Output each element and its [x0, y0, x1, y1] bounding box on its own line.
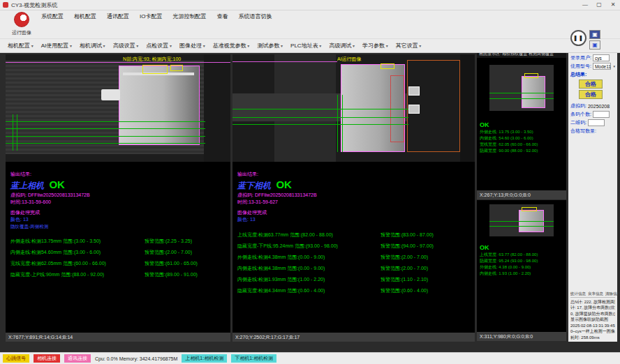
green-measure-line — [17, 114, 17, 151]
minimize-button[interactable]: — — [578, 0, 592, 10]
menu-comm-config[interactable]: 通讯配置 — [106, 11, 130, 22]
roi-box — [381, 63, 394, 69]
color-line: 颜色: 13 — [237, 216, 475, 223]
green-measure-line — [489, 98, 554, 99]
lower-camera-status: 下相机1:相机检测 — [231, 354, 276, 363]
result-line: 上线宽度: 63.77 (82.00 - 88.00) — [480, 252, 563, 258]
tool-learning-params[interactable]: 学习参数 — [360, 41, 390, 50]
brand-logo-icon — [14, 12, 29, 27]
qrcode-label: 二维码: — [570, 119, 586, 126]
barcode-count-field[interactable] — [593, 111, 610, 118]
stats-line: 总N计: 222, 故障检测两数: — [570, 299, 615, 305]
upper-camera-image[interactable]: N部:内宽:93; 检测内宽:100 — [6, 54, 230, 162]
thumbnail-image-lower[interactable] — [477, 200, 566, 242]
result-line: 宽线宽度: 62.05 (60.00 - 66.00) — [480, 142, 563, 148]
tool-spot-check[interactable]: 点检设置 — [144, 41, 174, 50]
virtual-code-value: 20250208 — [588, 104, 610, 109]
time-line: 时间:13-31-59-627 — [237, 199, 475, 206]
menu-camera-config[interactable]: 相机配置 — [73, 11, 97, 22]
tool-ai-config[interactable]: AI使用配置 — [39, 41, 74, 50]
camera-connection-badge: 相机连接 — [34, 354, 60, 363]
close-button[interactable]: ✕ — [606, 0, 620, 10]
toolbar: 相机配置 AI使用配置 相机调试 高级设置 点检设置 图像处理 基准视觉参数 测… — [0, 38, 620, 53]
upper-camera-panel: N部:内宽:93; 检测内宽:100 输出结果: 蓝上相机 OK 虚拟码: DF… — [6, 54, 230, 342]
menu-language-switch[interactable]: 系统语言切换 — [237, 11, 272, 22]
result-ok: OK — [480, 244, 563, 252]
pixel-coordinate-readout: X:311;Y:980;R:0;G:0;B:0 — [477, 332, 566, 341]
tool-advanced-settings[interactable]: 高级设置 — [111, 41, 141, 50]
magenta-guide-line — [232, 61, 337, 62]
qrcode-field[interactable] — [588, 119, 605, 126]
screw-detection — [408, 86, 420, 96]
tab-run-image[interactable]: 运行图像 — [4, 29, 39, 36]
stats-line: 耗时: 258.09ms — [570, 335, 615, 341]
menu-io-config[interactable]: IO卡配置 — [139, 11, 163, 22]
stats-line: 0~cys一样上检测一图像处理 — [570, 328, 615, 335]
upper-camera-status: 上相机1:相机检测 — [182, 354, 227, 363]
tab-clear[interactable]: 清除信息 — [605, 291, 620, 296]
roi-box — [170, 65, 183, 71]
result-ok: OK — [49, 179, 65, 190]
green-measure-line — [232, 124, 408, 125]
tool-vision-params[interactable]: 基准视觉参数 — [211, 41, 252, 50]
color-line: 颜色: 13 — [10, 216, 230, 223]
virtual-code-label: 虚拟码: — [570, 103, 586, 109]
measurement-row: 外侧走线:检测4.38mm 范围:(0.00 - 9.00)预警范围:(2.00… — [237, 252, 475, 263]
lower-result-block: 输出结果: 蓝下相机 OK 虚拟码: DFFiiw202502081331347… — [232, 162, 475, 333]
result-line: 内侧走线: 1.93 (1.00 - 2.20) — [480, 271, 563, 277]
tool-camera-debug[interactable]: 相机调试 — [78, 41, 108, 50]
pause-button[interactable]: ❚❚ — [570, 30, 586, 46]
green-measure-line — [489, 93, 554, 93]
thumbnail-results: OK 上线宽度: 63.77 (82.00 - 88.00) 隐藏宽度: 95.… — [477, 242, 566, 333]
measurement-list: 外侧走线:检测13.75mm 范围:(3.00 - 3.50)预警范围:(2.2… — [10, 236, 230, 280]
result-head: 输出结果: — [237, 171, 475, 178]
time-line: 时间:13-31-59-600 — [10, 199, 230, 206]
stats-line: 2025:02:08-13:31:39:45 图 — [570, 323, 615, 329]
result-line: 隐藏宽度: 95.24 (93.00 - 98.00) — [480, 258, 563, 264]
menu-system-config[interactable]: 系统配置 — [40, 11, 64, 22]
image-annotation: AI运行图像 — [337, 56, 362, 63]
model-select[interactable]: Mode11 — [593, 63, 612, 70]
status-bar: 心跳信号 相机连接 通讯连接 Cpu: 0.0% Memory: 3424.41… — [0, 352, 620, 364]
green-measure-line — [6, 121, 205, 122]
lower-camera-icon[interactable]: ▣ — [589, 40, 600, 50]
user-field[interactable]: cys — [593, 54, 610, 61]
comm-connection-badge: 通讯连接 — [64, 354, 91, 363]
image-shadow — [6, 154, 230, 162]
tab-statistics[interactable]: 统计信息 — [570, 291, 586, 296]
window-title: CY3-视觉检测系统 — [11, 1, 578, 9]
green-measure-line — [342, 95, 343, 152]
measurement-row: 宽线宽度:检测62.05mm 范围:(60.00 - 66.00)预警范围:(6… — [10, 258, 230, 269]
pixel-coordinate-readout: X:267;Y:13;R:0;G:0;B:0 — [477, 190, 566, 199]
tool-other-settings[interactable]: 其它设置 — [394, 41, 424, 50]
result-line: 外侧走线: 13.75 (3.00 - 3.50) — [480, 129, 563, 135]
measurement-row: 内侧走线:检测1.93mm 范围:(1.00 - 2.20)预警范围:(1.10… — [237, 274, 475, 285]
roi-box — [142, 65, 168, 74]
tool-camera-config[interactable]: 相机配置 — [6, 41, 36, 50]
green-measure-line — [337, 95, 338, 152]
detected-part — [119, 66, 200, 145]
logo: 运行图像 — [4, 11, 39, 38]
done-line: 图像处理完成 — [237, 209, 475, 216]
tool-image-processing[interactable]: 图像处理 — [177, 41, 207, 50]
magenta-guide-line — [6, 62, 230, 63]
statistics-block: 统计信息 良率信息 清除信息 总N计: 222, 故障检测两数: 计: 17, … — [570, 291, 615, 341]
thumbnail-image-upper[interactable] — [477, 58, 566, 119]
menu-view[interactable]: 查看 — [216, 11, 228, 22]
lower-camera-image[interactable]: AI运行图像 — [232, 54, 475, 162]
menu-light-config[interactable]: 光源控制配置 — [172, 11, 207, 22]
done-line: 图像处理完成 — [10, 209, 230, 216]
tool-advanced-debug[interactable]: 高级调试 — [327, 41, 357, 50]
title-bar: CY3-视觉检测系统 — ▢ ✕ — [0, 0, 620, 10]
tool-test-params[interactable]: 测试参数 — [255, 41, 285, 50]
measurement-row: 外侧走线:检测13.75mm 范围:(3.00 - 3.50)预警范围:(2.2… — [10, 236, 230, 247]
result-ok: OK — [276, 179, 292, 190]
green-measure-line — [232, 117, 408, 118]
tool-plc-table[interactable]: PLC地址表 — [288, 41, 323, 50]
tab-yield[interactable]: 良率信息 — [588, 291, 603, 296]
maximize-button[interactable]: ▢ — [592, 0, 606, 10]
roi-box — [522, 207, 537, 211]
green-measure-line — [6, 136, 205, 137]
upper-camera-icon[interactable]: ▣ — [589, 30, 600, 39]
user-label: 登录用户: — [570, 54, 591, 61]
